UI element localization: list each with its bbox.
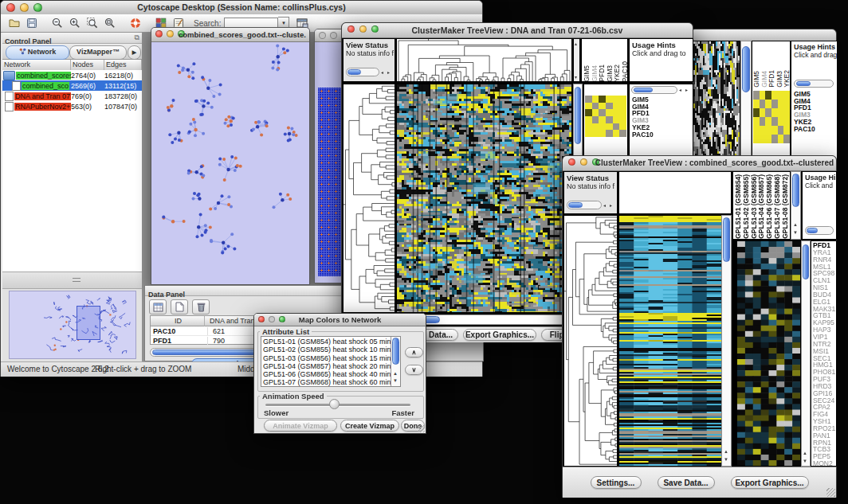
float-panel-icon[interactable]: ⧉ — [135, 33, 139, 42]
minimize-button[interactable] — [167, 30, 174, 37]
zoom-fit-icon[interactable] — [102, 16, 118, 31]
network-overview-navigator[interactable] — [9, 291, 136, 359]
column-dendrogram[interactable] — [396, 38, 572, 82]
heatmap-cell — [619, 116, 626, 123]
row-dendrogram[interactable] — [343, 84, 395, 313]
treeview2-titlebar[interactable]: ClusterMaker TreeView : combined_scores_… — [563, 156, 836, 171]
resize-grip[interactable] — [418, 425, 425, 432]
save-data-button[interactable]: Save Data... — [658, 476, 715, 489]
scroll-right-arrow[interactable]: ▸ — [387, 69, 390, 76]
new-attribute-icon[interactable] — [171, 299, 188, 315]
select-attributes-icon[interactable] — [149, 299, 167, 315]
scroll-left-arrow[interactable]: ◂ — [603, 202, 606, 209]
zoom-in-icon[interactable] — [67, 16, 83, 31]
speed-slider-thumb[interactable] — [329, 399, 340, 409]
scroll-left-arrow[interactable]: ◂ — [381, 69, 383, 76]
col-nodes[interactable]: Nodes — [71, 60, 104, 70]
dialog-titlebar[interactable]: Map Colors to Network — [254, 314, 426, 326]
heatmap-vscrollbar[interactable]: ▲▼ — [721, 215, 732, 467]
zoom-hscrollbar[interactable] — [631, 86, 677, 94]
help-lifering-icon[interactable] — [128, 16, 143, 31]
minimize-button[interactable] — [580, 158, 587, 166]
dense-network-grid[interactable] — [318, 88, 342, 276]
zoom-hscrollbar[interactable] — [805, 226, 834, 235]
heatmap-canvas[interactable] — [619, 216, 721, 466]
zoom-heatmap-matrix[interactable] — [753, 91, 790, 143]
map-colors-dialog: Map Colors to Network Attribute List GPL… — [253, 313, 426, 434]
move-up-button[interactable]: ∧ — [405, 347, 423, 357]
heatmap-cell — [760, 126, 766, 135]
attribute-list-item[interactable]: GPL51-02 (GSM855) heat shock 10 min — [261, 346, 391, 354]
labels-vscrollbar[interactable]: ▲▼ — [791, 171, 801, 240]
close-button[interactable] — [155, 30, 163, 37]
status-hscrollbar[interactable] — [567, 201, 602, 209]
resize-grip[interactable] — [826, 488, 835, 497]
zoom-heatmap-canvas[interactable] — [737, 241, 800, 466]
main-title-bar[interactable]: Cytoscape Desktop (Session Name: collins… — [1, 1, 482, 15]
heatmap-cell — [585, 109, 592, 116]
heatmap-cell — [592, 123, 599, 131]
tab-network[interactable]: Network — [6, 45, 69, 60]
network-list-item[interactable]: RNAPuberNov2+563(0)107847(0) — [2, 101, 142, 111]
tab-vizmapper[interactable]: VizMapper™ — [69, 45, 127, 60]
settings-button[interactable]: Settings... — [591, 476, 642, 489]
scroll-left-arrow[interactable]: ◂ — [679, 87, 681, 93]
heatmap-cell — [753, 126, 760, 135]
attribute-list-item[interactable]: GPL51-07 (GSM868) heat shock 60 min — [261, 378, 391, 386]
column-dendrogram[interactable] — [618, 171, 732, 214]
network-view-window[interactable]: combined_scores_good.txt--cluste... — [151, 27, 310, 285]
status-hscrollbar[interactable] — [346, 68, 379, 76]
delete-attribute-trash-icon[interactable] — [192, 299, 210, 315]
zoom-out-icon[interactable] — [49, 16, 65, 31]
animate-vizmap-button[interactable]: Animate Vizmap — [264, 420, 337, 432]
panel-divider-handle[interactable] — [2, 272, 142, 289]
treeview1-titlebar[interactable]: ClusterMaker TreeView : DNA and Tran 07-… — [342, 23, 693, 38]
minimize-button[interactable] — [330, 32, 337, 39]
open-session-button[interactable] — [6, 16, 22, 31]
document-icon — [12, 81, 21, 91]
export-graphics-button[interactable]: Export Graphics... — [731, 476, 809, 489]
more-tabs-button[interactable]: ▶ — [128, 45, 141, 60]
create-vizmap-button[interactable]: Create Vizmap — [340, 420, 399, 432]
heatmap-cell — [765, 91, 771, 100]
scroll-right-arrow[interactable]: ▸ — [685, 87, 688, 93]
heatmap-canvas[interactable] — [397, 84, 571, 312]
col-edges[interactable]: Edges — [104, 60, 142, 70]
save-session-button[interactable] — [24, 16, 40, 31]
close-button[interactable] — [319, 32, 326, 39]
network-canvas[interactable] — [151, 41, 309, 284]
export-graphics-button[interactable]: Export Graphics... — [463, 329, 536, 341]
zoom-selected-icon[interactable] — [84, 16, 100, 31]
zoom-hscrollbar[interactable] — [794, 80, 834, 88]
attribute-list-item[interactable]: GPL51-04 (GSM857) heat shock 20 min — [261, 362, 391, 370]
navigator-viewport-rect[interactable] — [77, 306, 100, 340]
data-panel-title: Data Panel — [145, 291, 185, 299]
network-list-item[interactable]: combined_scores2764(0)16218(0) — [2, 70, 142, 80]
window-title: Cytoscape Desktop (Session Name: collins… — [1, 2, 482, 12]
global-heatmap-panel[interactable] — [618, 215, 722, 467]
network-list-item[interactable]: DNA and Tran 07769(0)183728(0) — [2, 91, 142, 101]
network-list-item[interactable]: combined_sco2569(6)13112(15) — [2, 80, 142, 91]
global-heatmap-panel[interactable] — [396, 84, 572, 313]
list-vscrollbar[interactable]: ▲▼ — [391, 337, 400, 386]
dendrogram-scroll-strip[interactable]: ▴▾ — [573, 38, 580, 82]
zoom-hint: Right-click + drag to ZOOM — [95, 365, 191, 373]
network-nodes-count: 2569(6) — [71, 82, 104, 90]
zoom-heatmap-matrix[interactable] — [585, 96, 626, 137]
attribute-list-item[interactable]: GPL51-06 (GSM865) heat shock 40 min — [261, 370, 391, 378]
move-down-button[interactable]: ∨ — [405, 365, 423, 375]
attribute-list-item[interactable]: GPL51-03 (GSM856) heat shock 15 min — [261, 354, 391, 362]
col-network[interactable]: Network — [2, 60, 71, 70]
zoom-vscrollbar[interactable]: ▲▼ — [801, 240, 811, 467]
row-dendrogram[interactable] — [563, 215, 618, 467]
attribute-listbox[interactable]: GPL51-01 (GSM854) heat shock 05 minGPL51… — [261, 336, 401, 387]
treeview2-button-bar: Settings... Save Data... Export Graphics… — [563, 467, 836, 498]
id-column-header[interactable]: ID — [151, 316, 205, 326]
attribute-list-item[interactable]: GPL51-01 (GSM854) heat shock 05 min — [261, 338, 391, 346]
close-button[interactable] — [568, 158, 575, 166]
zoom-heatmap-panel[interactable] — [736, 240, 801, 467]
background-treeview-titlebar[interactable] — [691, 29, 836, 41]
scroll-right-arrow[interactable]: ▸ — [610, 202, 612, 209]
document-icon — [5, 92, 14, 101]
heatmap-cell — [760, 108, 766, 117]
